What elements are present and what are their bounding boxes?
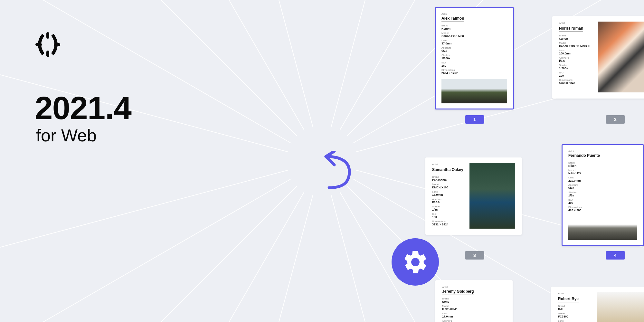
meta-label: ISO [441,62,507,64]
meta-value: f/5.6 [559,59,593,62]
card-label: Artist [442,286,506,289]
meta-value: 160 [432,215,464,219]
meta-label: Model [432,183,464,186]
meta-label: Brand [441,24,507,27]
svg-rect-3 [54,43,60,46]
meta-value: DMC-LX100 [432,186,464,189]
card-meta: BrandPanasonicModelDMC-LX100Lens16.0mmAp… [432,176,464,226]
meta-value: 1/100s [441,57,507,60]
version-number: 2021.4 [35,92,131,124]
meta-label: Shutter [559,64,593,67]
meta-value: Kenon [441,27,507,30]
card-photo [568,216,637,240]
meta-label: Dimensions [432,220,464,223]
page-thumb-5[interactable]: Artist Jeremy Goldberg BrandSonyModelILC… [435,280,513,322]
meta-value: 100.0mm [559,52,593,55]
version-subtitle: for Web [36,126,131,145]
meta-value: DJI [558,308,592,311]
meta-value: Sony [442,300,506,303]
page-number-2[interactable]: 2 [606,115,625,124]
svg-rect-1 [46,51,49,57]
meta-value: Canon EOS M50 [441,34,507,38]
meta-label: Aperture [442,320,506,322]
card-title: Jeremy Goldberg [442,289,474,295]
card-title: Alex Talmon [441,16,464,22]
meta-label: Dimensions [568,206,637,209]
meta-label: ISO [432,213,464,215]
page-thumb-1[interactable]: Artist Alex Talmon BrandKenonModelCanon … [435,7,514,109]
meta-label: Aperture [559,57,593,59]
meta-label: Model [441,32,507,34]
globe-logo [35,32,60,58]
card-label: Artist [441,13,507,15]
meta-label: Dimensions [559,79,593,81]
page-thumb-2[interactable]: Artist Norris Niman BrandCanonModelCanon… [552,16,644,99]
card-title: Samantha Oakey [432,167,463,173]
meta-value: 210.0mm [568,179,637,182]
meta-value: 3232 × 2424 [432,223,464,226]
meta-label: Shutter [568,191,637,194]
page-thumb-4[interactable]: Artist Fernando Puente BrandNikonModelNi… [562,144,644,246]
meta-value: ILCE-7RM3 [442,308,506,311]
meta-label: Aperture [568,184,637,186]
meta-value: Nikon [568,164,637,167]
meta-label: Model [568,169,637,172]
meta-label: Shutter [432,205,464,208]
card-title: Robert Bye [558,297,579,302]
meta-value: Panasonic [432,178,464,182]
meta-value: FC3300 [558,315,592,318]
meta-label: Aperture [441,47,507,49]
meta-value: f/6.3 [568,186,637,190]
meta-value: 426 × 286 [568,209,637,212]
meta-value: f/5.6 [441,49,507,52]
meta-value: 5760 × 3840 [559,81,593,85]
card-photo [469,163,515,229]
card-photo [441,79,507,103]
card-title: Norris Niman [559,26,583,32]
page-number-1[interactable]: 1 [465,115,484,124]
card-meta: BrandCanonModelCanon EOS 5D Mark IIILens… [559,34,593,85]
page-thumb-6[interactable]: Artist Robert Bye BrandDJIModelFC3300Len… [551,287,644,322]
card-photo [598,22,644,92]
meta-label: Aperture [432,198,464,201]
meta-value: 1/8s [432,208,464,211]
meta-label: Brand [442,298,506,300]
meta-value: Nikon DX [568,172,637,175]
meta-label: Brand [568,162,637,164]
svg-rect-2 [35,43,42,46]
meta-value: 2624 × 1757 [441,71,507,75]
meta-value: 17.0mm [442,315,506,318]
meta-value: 16.0mm [432,193,464,196]
svg-rect-0 [46,32,49,39]
meta-label: Dimensions [441,69,507,71]
meta-label: Lens [559,49,593,52]
card-meta: BrandNikonModelNikon DXLens210.0mmApertu… [568,162,637,213]
gear-icon [392,238,439,286]
card-meta: BrandKenonModelCanon EOS M50Lens37.0mmAp… [441,24,507,76]
card-title: Fernando Puente [568,153,600,159]
meta-label: Brand [559,34,593,37]
page-number-4[interactable]: 4 [606,251,625,260]
meta-value: 1/8s [568,194,637,197]
meta-label: Shutter [441,54,507,57]
meta-label: Lens [568,176,637,179]
meta-label: ISO [559,71,593,74]
card-meta: BrandSonyModelILCE-7RM3Lens17.0mmApertur… [442,298,506,322]
undo-icon [322,151,357,191]
meta-value: 100 [559,74,593,77]
meta-label: ISO [568,199,637,201]
card-label: Artist [558,292,592,295]
meta-label: Lens [558,320,592,322]
meta-label: Lens [441,39,507,42]
card-label: Artist [432,163,464,166]
meta-label: Model [558,312,592,315]
card-label: Artist [559,22,593,24]
card-label: Artist [568,150,637,153]
page-thumb-3[interactable]: Artist Samantha Oakey BrandPanasonicMode… [425,157,522,235]
page-number-3[interactable]: 3 [465,251,484,260]
card-photo [597,292,644,322]
meta-value: 400 [568,201,637,204]
meta-value: 1/200s [559,67,593,70]
meta-label: Model [442,305,506,308]
meta-label: Model [559,42,593,44]
